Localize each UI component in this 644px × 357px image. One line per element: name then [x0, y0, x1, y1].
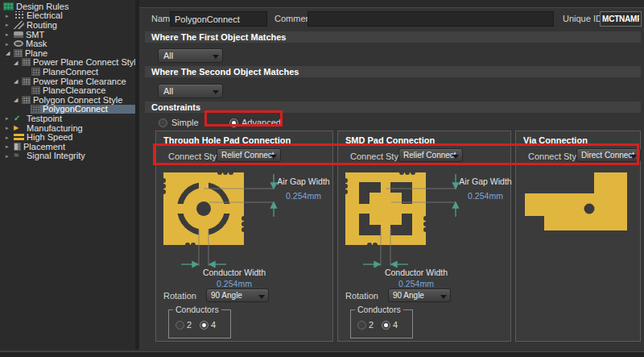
smd-connect-style-dropdown[interactable]: Relief Connect — [398, 148, 463, 162]
tht-connect-style-dropdown[interactable]: Relief Connect — [217, 148, 281, 162]
tree-item-high-speed[interactable]: High Speed — [0, 132, 135, 142]
tree-item-electrical[interactable]: Electrical — [0, 11, 135, 21]
tree-item-design-rules[interactable]: Design Rules — [0, 2, 135, 11]
rule-type-icon — [22, 96, 31, 104]
tree-item-label: Power Plane Connect Style — [33, 57, 141, 67]
conductors-2-radio[interactable] — [357, 321, 366, 330]
unique-id-label: Unique ID — [563, 14, 602, 23]
second-object-matches-header: Where The Second Object Matches — [145, 66, 641, 77]
conductor-width-label: Conductor Width — [361, 268, 472, 277]
tree-item-power-plane-connect-style[interactable]: Power Plane Connect Style — [0, 58, 135, 68]
chevron-expanded-icon[interactable] — [14, 96, 21, 103]
tht-rotation-dropdown[interactable]: 90 Angle — [206, 289, 269, 302]
tree-item-power-plane-clearance[interactable]: Power Plane Clearance — [0, 77, 135, 86]
chevron-right-icon[interactable] — [6, 152, 13, 160]
conductors-4-radio[interactable] — [382, 321, 390, 330]
rule-icon — [31, 86, 40, 94]
tree-item-polygon-connect-style[interactable]: Polygon Connect Style — [0, 95, 135, 105]
conductors-2-label: 2 — [187, 320, 192, 330]
tree-item-label: Polygon Connect Style — [33, 95, 122, 105]
tree-item-manufacturing[interactable]: Manufacturing — [0, 123, 135, 133]
chevron-right-icon[interactable] — [6, 21, 13, 28]
comment-input[interactable] — [308, 11, 554, 27]
tree-item-polygonconnect[interactable]: PolygonConnect — [0, 105, 135, 114]
tree-item-smt[interactable]: SMT — [0, 30, 135, 39]
chevron-right-icon[interactable] — [6, 114, 13, 122]
conductors-label: Conductors — [355, 305, 403, 314]
tree-item-label: Design Rules — [16, 2, 68, 11]
tree-item-label: PlaneConnect — [43, 67, 98, 77]
via-connection-panel: Via Connection Connect Style Direct Conn… — [515, 131, 641, 342]
advanced-mode-label: Advanced — [242, 118, 281, 127]
rule-type-icon — [22, 58, 31, 66]
tree-item-label: High Speed — [27, 132, 73, 142]
conductors-label: Conductors — [173, 305, 221, 314]
tree-item-label: SMT — [26, 30, 44, 39]
panel-title: SMD Pad Connection — [345, 135, 435, 145]
smt-icon — [14, 31, 23, 38]
simple-mode-label: Simple — [171, 118, 199, 127]
tree-item-label: Plane — [25, 48, 47, 58]
panel-title: Through Hole Pad Connection — [163, 135, 291, 145]
rule-icon — [31, 105, 40, 113]
tree-item-planeclearance[interactable]: PlaneClearance — [0, 85, 135, 95]
air-gap-width-label: Air Gap Width — [457, 176, 514, 186]
chevron-right-icon[interactable] — [6, 12, 13, 19]
chevron-expanded-icon[interactable] — [14, 77, 21, 85]
constraints-header: Constraints — [145, 102, 641, 113]
rule-name-input[interactable] — [170, 11, 267, 27]
tree-item-label: Manufacturing — [27, 123, 83, 133]
tree-item-label: Routing — [27, 20, 57, 30]
chevron-right-icon[interactable] — [6, 134, 13, 141]
conductors-4-label: 4 — [211, 320, 216, 330]
manufacturing-icon — [14, 124, 24, 132]
conductor-width-label: Conductor Width — [179, 268, 290, 277]
conductors-group: Conductors 2 4 — [350, 309, 413, 338]
plane-icon — [14, 49, 23, 57]
rules-tree: Design Rules Electrical Routing SMT Mask… — [0, 0, 135, 350]
tree-item-plane[interactable]: Plane — [0, 48, 135, 58]
chevron-right-icon[interactable] — [6, 31, 13, 38]
first-object-matches-header: Where The First Object Matches — [145, 31, 641, 43]
routing-icon — [14, 21, 24, 29]
chevron-right-icon[interactable] — [6, 40, 13, 48]
chevron-expanded-icon[interactable] — [6, 49, 13, 56]
tree-item-mask[interactable]: Mask — [0, 39, 135, 48]
simple-mode-radio[interactable] — [159, 118, 167, 127]
rotation-label: Rotation — [163, 291, 196, 301]
chevron-expanded-icon[interactable] — [14, 59, 21, 66]
air-gap-width-value: 0.254mm — [275, 191, 332, 201]
conductors-4-label: 4 — [393, 320, 398, 330]
advanced-mode-radio[interactable] — [229, 118, 238, 127]
tree-item-testpoint[interactable]: Testpoint — [0, 114, 135, 123]
rotation-label: Rotation — [345, 291, 378, 301]
tree-item-label: Placement — [23, 142, 65, 152]
tree-item-label: Mask — [26, 39, 47, 48]
conductor-width-value: 0.254mm — [361, 279, 472, 289]
second-object-scope-dropdown[interactable]: All — [158, 84, 223, 98]
unique-id-input[interactable] — [600, 11, 642, 27]
conductors-2-radio[interactable] — [175, 321, 184, 330]
tree-item-label: Signal Integrity — [27, 151, 85, 160]
smd-rotation-dropdown[interactable]: 90 Angle — [388, 289, 451, 302]
through-hole-pad-connection-panel: Through Hole Pad Connection Connect Styl… — [155, 131, 333, 342]
signal-integrity-icon — [14, 152, 24, 160]
via-connect-style-dropdown[interactable]: Direct Connect — [576, 148, 641, 162]
electrical-icon — [14, 11, 24, 19]
tree-item-planeconnect[interactable]: PlaneConnect — [0, 67, 135, 77]
placement-icon — [14, 143, 21, 151]
tree-item-label: Testpoint — [27, 114, 62, 123]
tree-item-routing[interactable]: Routing — [0, 20, 135, 30]
tree-item-signal-integrity[interactable]: Signal Integrity — [0, 152, 135, 161]
first-object-scope-dropdown[interactable]: All — [158, 48, 223, 63]
bottom-strip — [0, 351, 644, 357]
tree-item-label: PlaneClearance — [43, 85, 105, 95]
conductors-4-radio[interactable] — [200, 321, 208, 330]
tree-item-placement[interactable]: Placement — [0, 142, 135, 152]
rule-icon — [31, 68, 40, 76]
mask-icon — [14, 40, 23, 47]
design-rules-dialog: Design Rules Electrical Routing SMT Mask… — [0, 0, 644, 357]
smd-pad-connection-panel: SMD Pad Connection Connect Style Relief … — [337, 131, 511, 342]
chevron-right-icon[interactable] — [6, 124, 13, 131]
chevron-right-icon[interactable] — [6, 143, 13, 150]
